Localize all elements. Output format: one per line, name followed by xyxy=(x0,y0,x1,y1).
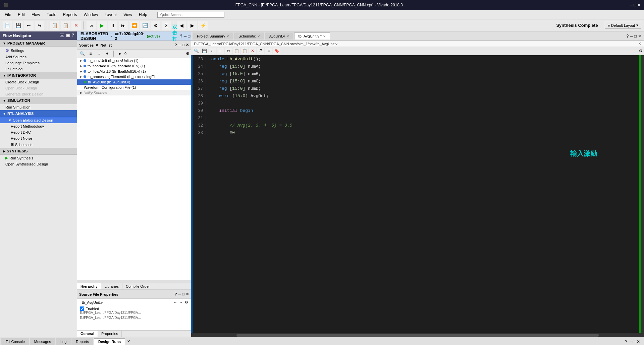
tree-item-tb-avgunit[interactable]: tb_AvgUnit (tb_AvgUnit.v) xyxy=(77,79,191,85)
tree-item-tb-floatmult16[interactable]: ▶ tb_floatMult16 (tb_floatMult16.v) (1) xyxy=(77,69,191,74)
nav-item-settings[interactable]: ⚙ Settings xyxy=(0,47,77,54)
sources-search-btn[interactable]: 🔍 xyxy=(78,50,86,57)
nav-item-ip-catalog[interactable]: IP Catalog xyxy=(0,66,77,72)
nav-section-rtl-analysis[interactable]: ▼ RTL ANALYSIS xyxy=(0,110,77,117)
toolbar-copy[interactable]: 📋 xyxy=(50,21,59,30)
toolbar-step[interactable]: ⏭ xyxy=(119,21,128,30)
menu-edit[interactable]: Edit xyxy=(14,11,28,18)
toolbar-flash[interactable]: ⚡ xyxy=(198,21,208,30)
toolbar-paste[interactable]: 📋 xyxy=(61,21,70,30)
editor-close-icon[interactable]: ✕ xyxy=(638,34,641,39)
bottom-help-icon[interactable]: ? xyxy=(625,339,628,344)
toolbar-new[interactable]: 📄 xyxy=(3,21,12,30)
flow-nav-help-icon[interactable]: ? xyxy=(72,33,74,39)
sources-close-icon2[interactable]: ✕ xyxy=(186,43,189,47)
toolbar-back[interactable]: ⏪ xyxy=(129,21,139,30)
sources-scrollbar-h[interactable] xyxy=(77,280,191,283)
editor-maximize-icon[interactable]: □ xyxy=(634,34,637,39)
tab-tb-avgunit-close[interactable]: ✕ xyxy=(323,34,326,38)
menu-help[interactable]: Help xyxy=(136,11,151,18)
tab-avgunit-close[interactable]: ✕ xyxy=(286,34,289,38)
sfp-restore-icon[interactable]: ─ xyxy=(178,292,181,296)
menu-reports[interactable]: Reports xyxy=(59,11,80,18)
tree-item-waveform-config[interactable]: Waveform Configuration File (1) xyxy=(77,85,191,90)
flow-nav-restore-icon[interactable]: ▣ xyxy=(66,33,70,39)
tab-avgunit[interactable]: AvgUnit.v ✕ xyxy=(265,32,293,40)
nav-section-simulation[interactable]: ▼ SIMULATION xyxy=(0,97,77,104)
sfp-help-icon[interactable]: ? xyxy=(175,292,177,296)
sources-settings-btn[interactable]: ⚙ xyxy=(186,51,190,56)
netlist-tab[interactable]: Netlist xyxy=(100,43,112,47)
editor-search-btn[interactable]: 🔍 xyxy=(193,48,200,54)
menu-layout[interactable]: Layout xyxy=(101,11,120,18)
sources-filter-btn[interactable]: ≡ xyxy=(87,50,94,57)
nav-item-open-elaborated-design[interactable]: ▼ Open Elaborated Design xyxy=(0,117,77,123)
editor-paste-btn[interactable]: 📋 xyxy=(241,48,248,54)
editor-help-icon[interactable]: ? xyxy=(627,34,629,39)
maximize-icon[interactable]: □ xyxy=(188,34,190,39)
tree-item-tb-convunit[interactable]: ▶ tb_convUnit (tb_convUnit.v) (1) xyxy=(77,58,191,63)
tab-libraries[interactable]: Libraries xyxy=(101,283,122,289)
nav-item-schematic[interactable]: ⊞ Schematic xyxy=(0,141,77,148)
editor-scrollbar-h[interactable] xyxy=(191,333,644,337)
toolbar-loop[interactable]: ∞ xyxy=(87,21,96,30)
editor-path-close-icon[interactable]: ✕ xyxy=(638,42,641,46)
nav-section-synthesis[interactable]: ▶ SYNTHESIS xyxy=(0,148,77,155)
tree-item-tb-processingelement[interactable]: ▶ tb_processingElement6 (tb_processingEl… xyxy=(77,74,191,79)
sources-help-icon[interactable]: ? xyxy=(175,43,177,47)
quick-access-input[interactable] xyxy=(157,12,224,18)
editor-scrollbar-v[interactable] xyxy=(641,55,644,333)
tab-project-summary-close[interactable]: ✕ xyxy=(226,34,229,38)
nav-section-ip-integrator[interactable]: ▼ IP INTEGRATOR xyxy=(0,72,77,79)
toolbar-prev[interactable]: ◀ xyxy=(177,21,186,30)
tab-design-runs[interactable]: Design Runs xyxy=(94,338,125,345)
nav-item-run-synthesis[interactable]: ▶ Run Synthesis xyxy=(0,155,77,161)
tab-log[interactable]: Log xyxy=(56,338,71,345)
nav-item-create-block-design[interactable]: Create Block Design xyxy=(0,79,77,85)
bottom-restore-icon[interactable]: ─ xyxy=(629,339,632,344)
tab-schematic[interactable]: Schematic ✕ xyxy=(234,32,264,40)
nav-item-report-drc[interactable]: Report DRC xyxy=(0,129,77,135)
nav-item-language-templates[interactable]: Language Templates xyxy=(0,60,77,66)
menu-flow[interactable]: Flow xyxy=(28,11,43,18)
sfp-arrow-left-icon[interactable]: ← xyxy=(173,300,177,304)
sources-restore-icon[interactable]: ─ xyxy=(178,43,181,47)
tab-hierarchy[interactable]: Hierarchy xyxy=(77,283,101,289)
nav-item-open-block-design[interactable]: Open Block Design xyxy=(0,85,77,91)
toolbar-next[interactable]: ▶ xyxy=(187,21,197,30)
editor-redo-btn[interactable]: → xyxy=(217,48,224,54)
tab-compile-order[interactable]: Compile Order xyxy=(122,283,154,289)
nav-section-project-manager[interactable]: ▼ PROJECT MANAGER xyxy=(0,40,77,47)
sources-sort-btn[interactable]: ↕ xyxy=(95,50,103,57)
close-button[interactable]: ✕ xyxy=(637,3,641,7)
minimize-button[interactable]: ─ xyxy=(630,3,633,7)
bottom-close-icon[interactable]: ✕ xyxy=(127,339,130,344)
tree-item-utility-sources[interactable]: ▶ Utility Sources xyxy=(77,90,191,95)
menu-view[interactable]: View xyxy=(120,11,136,18)
restore-icon[interactable]: ─ xyxy=(184,34,187,39)
toolbar-undo[interactable]: ↩ xyxy=(24,21,34,30)
sfp-close-icon[interactable]: ✕ xyxy=(186,292,189,296)
nav-item-add-sources[interactable]: Add Sources xyxy=(0,54,77,60)
toolbar-run[interactable]: ▶ xyxy=(97,21,107,30)
menu-file[interactable]: File xyxy=(1,11,14,18)
bottom-close-icon2[interactable]: ✕ xyxy=(637,339,640,344)
sources-tab[interactable]: Sources xyxy=(79,43,94,47)
tree-item-tb-floatadd16[interactable]: ▶ tb_floatAdd16 (tb_floatAdd16.v) (1) xyxy=(77,63,191,69)
sources-maximize-icon[interactable]: □ xyxy=(182,43,184,47)
code-editor[interactable]: 23 module tb_AvgUnit(); 24 reg [15:0] nu… xyxy=(191,55,644,333)
sources-close-icon[interactable]: ✕ xyxy=(96,43,98,47)
nav-item-run-simulation[interactable]: Run Simulation xyxy=(0,104,77,110)
sfp-arrow-right-icon[interactable]: → xyxy=(179,300,183,304)
nav-item-generate-block-design[interactable]: Generate Block Design xyxy=(0,91,77,97)
editor-uncomment-btn[interactable]: ≡ xyxy=(265,48,272,54)
toolbar-delete[interactable]: ✕ xyxy=(71,21,81,30)
nav-item-report-noise[interactable]: Report Noise xyxy=(0,135,77,141)
sfp-enabled-checkbox[interactable] xyxy=(80,306,84,311)
tab-tcl-console[interactable]: Tcl Console xyxy=(1,338,29,345)
sfp-tab-properties[interactable]: Properties xyxy=(98,331,122,337)
menu-tools[interactable]: Tools xyxy=(43,11,59,18)
editor-cut-btn[interactable]: ✂ xyxy=(225,48,232,54)
menu-window[interactable]: Window xyxy=(80,11,101,18)
toolbar-settings[interactable]: ⚙ xyxy=(151,21,160,30)
